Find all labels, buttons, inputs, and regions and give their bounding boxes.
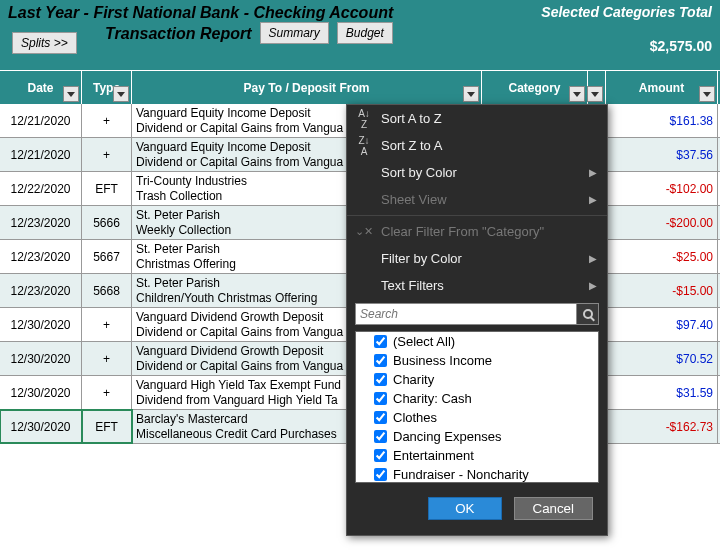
- chevron-right-icon: ▶: [589, 253, 597, 264]
- filter-checkbox[interactable]: [374, 411, 387, 424]
- cell-date[interactable]: 12/30/2020: [0, 376, 82, 409]
- filter-item-label: Business Income: [393, 353, 492, 368]
- cell-type[interactable]: +: [82, 138, 132, 171]
- filter-checkbox[interactable]: [374, 468, 387, 481]
- filter-check-item[interactable]: (Select All): [356, 332, 598, 351]
- filter-checkbox[interactable]: [374, 354, 387, 367]
- sort-az-icon: A↓Z: [355, 108, 373, 130]
- cell-date[interactable]: 12/30/2020: [0, 308, 82, 341]
- filter-item-label: Dancing Expenses: [393, 429, 501, 444]
- col-header-date-label: Date: [27, 81, 53, 95]
- text-filters-label: Text Filters: [381, 278, 444, 293]
- cell-amount[interactable]: -$15.00: [606, 274, 718, 307]
- col-header-payto: Pay To / Deposit From: [132, 71, 482, 104]
- cell-type[interactable]: +: [82, 376, 132, 409]
- filter-check-item[interactable]: Charity: [356, 370, 598, 389]
- filter-checkbox[interactable]: [374, 373, 387, 386]
- selected-categories-label: Selected Categories Total: [490, 4, 712, 20]
- cell-amount[interactable]: -$162.73: [606, 410, 718, 443]
- col-header-category: Category: [482, 71, 588, 104]
- separator: [347, 215, 607, 216]
- cell-amount[interactable]: $70.52: [606, 342, 718, 375]
- cell-date[interactable]: 12/30/2020: [0, 342, 82, 375]
- cell-type[interactable]: +: [82, 104, 132, 137]
- col-header-check: [588, 71, 606, 104]
- cell-type[interactable]: 5667: [82, 240, 132, 273]
- selected-categories-total: $2,575.00: [490, 38, 712, 54]
- cell-amount[interactable]: -$102.00: [606, 172, 718, 205]
- summary-button[interactable]: Summary: [260, 22, 329, 44]
- filter-item-label: Clothes: [393, 410, 437, 425]
- cell-type[interactable]: 5668: [82, 274, 132, 307]
- col-header-type: Type: [82, 71, 132, 104]
- sheet-view-label: Sheet View: [381, 192, 447, 207]
- ok-button[interactable]: OK: [428, 497, 501, 520]
- col-header-amount: Amount: [606, 71, 718, 104]
- splits-button[interactable]: Splits >>: [12, 32, 77, 54]
- cell-type[interactable]: 5666: [82, 206, 132, 239]
- chevron-right-icon: ▶: [589, 167, 597, 178]
- filter-item-label: Charity: [393, 372, 434, 387]
- sort-color-label: Sort by Color: [381, 165, 457, 180]
- cell-amount[interactable]: $37.56: [606, 138, 718, 171]
- filter-button-check[interactable]: [587, 86, 603, 102]
- filter-item-label: (Select All): [393, 334, 455, 349]
- cell-amount[interactable]: $97.40: [606, 308, 718, 341]
- cell-date[interactable]: 12/21/2020: [0, 104, 82, 137]
- category-filter-panel: A↓Z Sort A to Z Z↓A Sort Z to A Sort by …: [346, 104, 608, 536]
- filter-checklist[interactable]: (Select All)Business IncomeCharityCharit…: [355, 331, 599, 483]
- col-header-payto-label: Pay To / Deposit From: [244, 81, 370, 95]
- cell-date[interactable]: 12/23/2020: [0, 240, 82, 273]
- cell-amount[interactable]: $161.38: [606, 104, 718, 137]
- filter-button-payto[interactable]: [463, 86, 479, 102]
- sheet-view: Sheet View ▶: [347, 186, 607, 213]
- cell-type[interactable]: +: [82, 308, 132, 341]
- filter-button-type[interactable]: [113, 86, 129, 102]
- filter-check-item[interactable]: Fundraiser - Noncharity: [356, 465, 598, 483]
- cell-type[interactable]: EFT: [82, 410, 132, 443]
- report-title-line2: Transaction Report: [105, 25, 251, 43]
- filter-button-amount[interactable]: [699, 86, 715, 102]
- cell-amount[interactable]: -$25.00: [606, 240, 718, 273]
- col-header-category-label: Category: [508, 81, 560, 95]
- filter-checkbox[interactable]: [374, 449, 387, 462]
- budget-button[interactable]: Budget: [337, 22, 393, 44]
- filter-by-color[interactable]: Filter by Color ▶: [347, 245, 607, 272]
- filter-check-item[interactable]: Clothes: [356, 408, 598, 427]
- filter-button-date[interactable]: [63, 86, 79, 102]
- filter-checkbox[interactable]: [374, 430, 387, 443]
- sort-z-to-a[interactable]: Z↓A Sort Z to A: [347, 132, 607, 159]
- column-headers: Date Type Pay To / Deposit From Category…: [0, 70, 720, 104]
- cancel-button[interactable]: Cancel: [514, 497, 594, 520]
- search-icon[interactable]: [577, 303, 599, 325]
- cell-date[interactable]: 12/21/2020: [0, 138, 82, 171]
- text-filters[interactable]: Text Filters ▶: [347, 272, 607, 299]
- filter-check-item[interactable]: Business Income: [356, 351, 598, 370]
- report-header: Last Year - First National Bank - Checki…: [0, 0, 720, 70]
- filter-check-item[interactable]: Entertainment: [356, 446, 598, 465]
- cell-type[interactable]: EFT: [82, 172, 132, 205]
- cell-amount[interactable]: $31.59: [606, 376, 718, 409]
- cell-date[interactable]: 12/23/2020: [0, 206, 82, 239]
- filter-check-item[interactable]: Charity: Cash: [356, 389, 598, 408]
- clear-filter-label: Clear Filter From "Category": [381, 224, 544, 239]
- sort-za-label: Sort Z to A: [381, 138, 442, 153]
- col-header-date: Date: [0, 71, 82, 104]
- filter-checkbox[interactable]: [374, 335, 387, 348]
- filter-color-label: Filter by Color: [381, 251, 462, 266]
- sort-az-label: Sort A to Z: [381, 111, 442, 126]
- cell-type[interactable]: +: [82, 342, 132, 375]
- cell-date[interactable]: 12/23/2020: [0, 274, 82, 307]
- cell-amount[interactable]: -$200.00: [606, 206, 718, 239]
- sort-by-color[interactable]: Sort by Color ▶: [347, 159, 607, 186]
- filter-item-label: Charity: Cash: [393, 391, 472, 406]
- clear-filter: ⌄✕ Clear Filter From "Category": [347, 218, 607, 245]
- sort-a-to-z[interactable]: A↓Z Sort A to Z: [347, 105, 607, 132]
- clear-filter-icon: ⌄✕: [355, 225, 373, 238]
- filter-check-item[interactable]: Dancing Expenses: [356, 427, 598, 446]
- cell-date[interactable]: 12/22/2020: [0, 172, 82, 205]
- filter-button-category[interactable]: [569, 86, 585, 102]
- filter-search-input[interactable]: [355, 303, 577, 325]
- filter-checkbox[interactable]: [374, 392, 387, 405]
- cell-date[interactable]: 12/30/2020: [0, 410, 82, 443]
